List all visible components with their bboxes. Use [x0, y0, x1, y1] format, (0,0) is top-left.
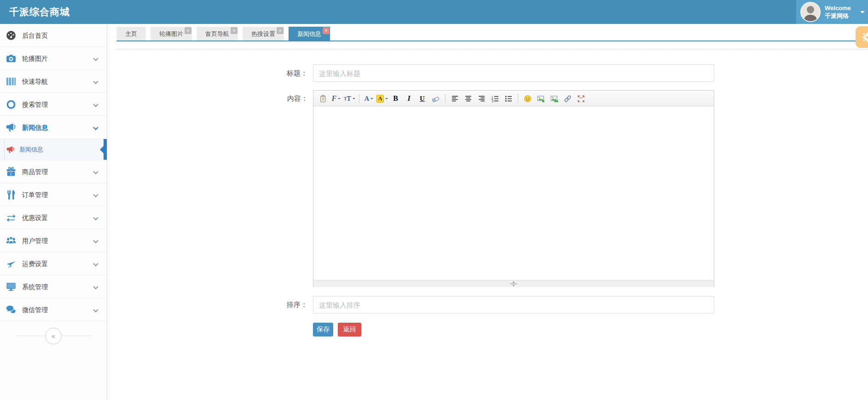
sidebar-item-quick-nav[interactable]: 快速导航 — [0, 70, 107, 93]
tab-hot-search[interactable]: 热搜设置× — [243, 27, 284, 41]
back-button[interactable]: 返回 — [338, 323, 361, 336]
multiimage-icon[interactable] — [548, 93, 561, 104]
image-icon[interactable] — [535, 93, 547, 104]
sidebar-item-dashboard[interactable]: 后台首页 — [0, 24, 107, 47]
orderedlist-icon[interactable] — [489, 93, 501, 104]
tab-label: 轮播图片 — [159, 30, 183, 37]
tab-close-icon[interactable]: × — [277, 27, 284, 34]
fontname-icon[interactable]: F — [330, 93, 342, 104]
user-menu-caret-icon — [860, 11, 865, 16]
sidebar-item-orders[interactable]: 订单管理 — [0, 183, 107, 206]
main-area: 主页轮播图片×首页导航×热搜设置×新闻信息× 标题： 内容： FTTAABIU — [107, 24, 868, 400]
toolbar-separator — [359, 94, 359, 103]
tab-home-nav[interactable]: 首页导航× — [197, 27, 238, 41]
sidebar-item-label: 系统管理 — [22, 275, 48, 298]
dropdown-caret-icon — [370, 98, 373, 101]
user-name: 千派网络 — [825, 12, 851, 20]
welcome-text: Welcome — [825, 4, 851, 12]
underline-icon[interactable]: U — [416, 93, 428, 104]
sidebar-item-discount[interactable]: 优惠设置 — [0, 206, 107, 229]
submenu-guide-line — [4, 139, 5, 160]
save-button[interactable]: 保存 — [313, 323, 333, 336]
fullscreen-icon[interactable] — [575, 93, 587, 104]
title-label: 标题： — [107, 64, 307, 82]
dropdown-caret-icon — [338, 98, 341, 101]
tab-news[interactable]: 新闻信息× — [289, 27, 330, 41]
tab-label: 新闻信息 — [297, 30, 321, 37]
chevron-down-icon — [93, 307, 98, 312]
chevron-down-icon — [93, 169, 98, 174]
sidebar-item-label: 微信管理 — [22, 298, 48, 321]
unorderedlist-icon[interactable] — [502, 93, 515, 104]
italic-icon[interactable]: I — [403, 93, 415, 104]
sidebar-item-carousel[interactable]: 轮播图片 — [0, 47, 107, 70]
justifyright-icon[interactable] — [475, 93, 488, 104]
editor-toolbar: FTTAABIU — [313, 91, 714, 106]
tab-label: 主页 — [125, 30, 137, 37]
sidebar-item-label: 订单管理 — [22, 183, 48, 206]
editor-body[interactable] — [313, 106, 714, 280]
sidebar-item-shipping[interactable]: 运费设置 — [0, 252, 107, 275]
settings-drawer-tab[interactable] — [856, 26, 868, 48]
sidebar-subitem-news-sub[interactable]: 新闻信息 — [0, 139, 107, 160]
top-bar: 千派综合商城 Welcome 千派网络 — [0, 0, 868, 24]
dropdown-caret-icon — [353, 98, 355, 101]
removeformat-icon[interactable] — [429, 93, 442, 104]
title-row: 标题： — [107, 64, 868, 82]
sidebar-item-users[interactable]: 用户管理 — [0, 229, 107, 252]
tab-close-icon[interactable]: × — [323, 27, 330, 34]
sidebar-item-search[interactable]: 搜索管理 — [0, 93, 107, 116]
sort-input[interactable] — [313, 296, 714, 313]
tab-close-icon[interactable]: × — [231, 27, 237, 34]
tab-home[interactable]: 主页 — [116, 27, 146, 41]
fontsize-icon[interactable]: TT — [343, 93, 356, 104]
gear-icon — [862, 32, 868, 42]
forecolor-icon[interactable]: A — [363, 93, 375, 104]
toolbar-separator — [445, 94, 446, 103]
avatar[interactable] — [800, 2, 821, 22]
sidebar-item-label: 后台首页 — [22, 24, 48, 47]
sidebar-item-news[interactable]: 新闻信息 — [0, 116, 107, 139]
exchange-icon — [6, 213, 16, 223]
camera-icon — [6, 53, 16, 64]
tabbar-underline — [116, 41, 868, 41]
megaphone-icon — [6, 122, 16, 133]
tab-label: 首页导航 — [205, 30, 229, 37]
plane-icon — [6, 259, 16, 269]
title-input[interactable] — [313, 64, 714, 82]
chevron-down-icon — [93, 56, 98, 61]
sidebar-collapse-button[interactable]: « — [45, 328, 62, 344]
rich-text-editor: 内容： FTTAABIU — [313, 90, 714, 287]
emoticons-icon[interactable] — [521, 93, 534, 104]
bold-icon[interactable]: B — [389, 93, 402, 104]
tab-close-icon[interactable]: × — [185, 27, 191, 34]
sidebar-item-system[interactable]: 系统管理 — [0, 275, 107, 298]
content-divider — [116, 49, 868, 50]
megaphone-icon — [6, 145, 15, 154]
sidebar-item-goods[interactable]: 商品管理 — [0, 160, 107, 183]
chevron-down-icon — [93, 261, 98, 266]
desktop-icon — [6, 282, 16, 292]
sidebar-item-label: 运费设置 — [22, 252, 48, 275]
link-icon[interactable] — [561, 93, 574, 104]
chevron-down-icon — [93, 125, 98, 130]
toolbar-separator — [518, 94, 518, 103]
sidebar-collapse-row: « — [0, 321, 107, 350]
barcode-icon — [6, 76, 16, 87]
hilitecolor-icon[interactable]: A — [376, 93, 388, 104]
sidebar-item-label: 搜索管理 — [22, 93, 48, 116]
sidebar-item-label: 商品管理 — [22, 160, 48, 183]
user-menu[interactable]: Welcome 千派网络 — [796, 0, 868, 24]
sidebar-item-label: 轮播图片 — [22, 47, 48, 70]
justifycenter-icon[interactable] — [462, 93, 475, 104]
sidebar-item-label: 快速导航 — [22, 70, 48, 93]
tab-carousel[interactable]: 轮播图片× — [150, 27, 192, 41]
justifyleft-icon[interactable] — [449, 93, 461, 104]
editor-resize-handle[interactable] — [509, 281, 518, 286]
tab-label: 热搜设置 — [251, 30, 275, 37]
content-label: 内容： — [108, 94, 308, 103]
paste-icon[interactable] — [317, 93, 329, 104]
dropdown-caret-icon — [385, 98, 388, 101]
dashboard-icon — [6, 30, 16, 41]
sidebar-item-wechat[interactable]: 微信管理 — [0, 298, 107, 321]
